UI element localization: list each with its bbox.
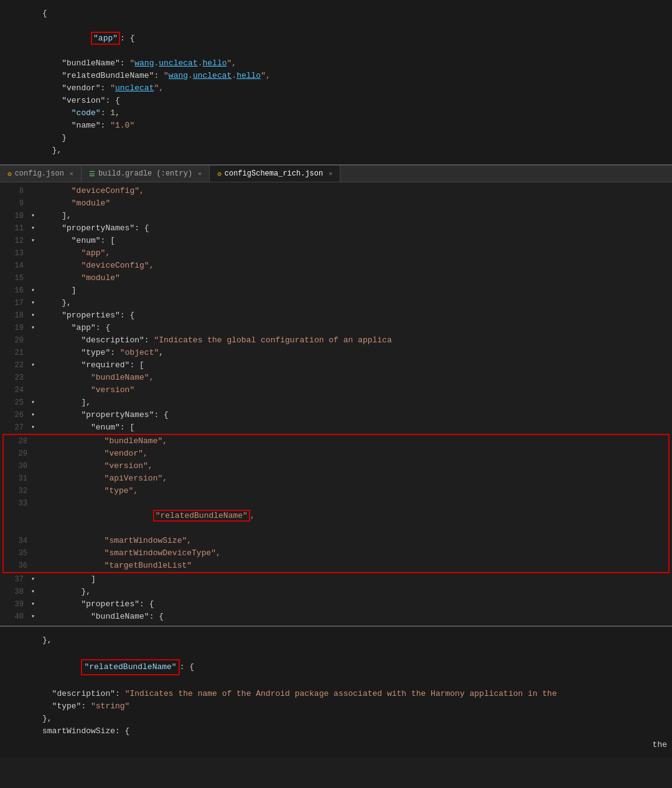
code-line: },: [0, 144, 672, 157]
code-line-30: 30 "version",: [4, 460, 668, 472]
tab-bar: ⚙ config.json ✕ ☰ build.gradle (:entry) …: [0, 166, 672, 182]
code-line-25: 25 ▾ ],: [0, 396, 672, 409]
code-line-9: 9 "module": [0, 197, 672, 210]
code-line-11: 11 ▾ "propertyNames": {: [0, 222, 672, 235]
code-line-40: 40 ▾ "bundleName": {: [0, 611, 672, 623]
code-line-31: 31 "apiVersion",: [4, 472, 668, 485]
code-line-36: 36 "targetBundleList": [4, 560, 668, 572]
code-line-12: 12 ▾ "enum": [: [0, 235, 672, 247]
code-line-37: 37 ▾ ]: [0, 573, 672, 586]
code-line-22: 22 ▾ "required": [: [0, 359, 672, 372]
tab-config-schema[interactable]: ⚙ configSchema_rich.json ✕: [210, 166, 340, 182]
code-area-3: }, "relatedBundleName": { "description":…: [0, 632, 672, 752]
code-line-b2: "relatedBundleName": {: [0, 647, 672, 688]
code-line-15: 15 "module": [0, 272, 672, 284]
highlighted-related-bundle: "relatedBundleName": [153, 510, 250, 522]
close-icon[interactable]: ✕: [198, 170, 202, 177]
code-line: "relatedBundleName": "wang.unclecat.hell…: [0, 70, 672, 82]
tab-config-json[interactable]: ⚙ config.json ✕: [0, 166, 82, 182]
code-line-10: 10 ▾ ],: [0, 210, 672, 222]
code-line-14: 14 "deviceConfig",: [0, 260, 672, 272]
code-line-b5: },: [0, 713, 672, 725]
trailing-text-area: the: [0, 738, 672, 749]
code-line-16: 16 ▾ ]: [0, 284, 672, 297]
tab-label: config.json: [15, 169, 64, 178]
code-line-17: 17 ▾ },: [0, 297, 672, 309]
code-area-2: 8 "deviceConfig", 9 "module" 10 ▾ ], 11 …: [0, 182, 672, 626]
code-line: "name": "1.0": [0, 120, 672, 132]
code-line-32: 32 "type",: [4, 485, 668, 497]
code-line-23: 23 "bundleName",: [0, 372, 672, 384]
code-line: "code": 1,: [0, 107, 672, 120]
code-line-19: 19 ▾ "app": {: [0, 322, 672, 334]
code-line: "bundleName": "wang.unclecat.hello",: [0, 57, 672, 70]
code-line-28: 28 "bundleName",: [4, 435, 668, 448]
highlighted-relatedbundlename: "relatedBundleName": [81, 659, 179, 675]
code-line-21: 21 "type": "object",: [0, 347, 672, 359]
code-line: "vendor": "unclecat",: [0, 82, 672, 95]
code-area-1: { "app": { "bundleName": "wang.unclecat.…: [0, 5, 672, 159]
code-line-b4: "type": "string": [0, 700, 672, 713]
code-line-26: 26 ▾ "propertyNames": {: [0, 409, 672, 421]
code-line: "app": {: [0, 20, 672, 57]
code-line-20: 20 "description": "Indicates the global …: [0, 334, 672, 347]
code-line: }: [0, 132, 672, 144]
code-line-24: 24 "version": [0, 384, 672, 396]
code-line-39: 39 ▾ "properties": {: [0, 598, 672, 611]
code-line-b1: },: [0, 634, 672, 647]
code-line-18: 18 ▾ "properties": {: [0, 309, 672, 322]
code-line-27: 27 ▾ "enum": [: [0, 421, 672, 434]
highlighted-key: "app": [91, 32, 120, 45]
red-selection-box: 28 "bundleName", 29 "vendor", 30 "versio…: [2, 434, 670, 573]
json-file-icon: ⚙: [7, 170, 12, 178]
code-line-33: 33 "relatedBundleName",: [4, 497, 668, 535]
trailing-text: the: [653, 740, 667, 749]
code-line: {: [0, 7, 672, 20]
code-line-38: 38 ▾ },: [0, 586, 672, 598]
code-line: "version": {: [0, 95, 672, 107]
panel-config-json: { "app": { "bundleName": "wang.unclecat.…: [0, 0, 672, 166]
code-line-34: 34 "smartWindowSize",: [4, 535, 668, 547]
close-icon[interactable]: ✕: [329, 170, 332, 177]
close-icon[interactable]: ✕: [70, 170, 73, 177]
code-line-b3: "description": "Indicates the name of th…: [0, 688, 672, 700]
panel-bottom: }, "relatedBundleName": { "description":…: [0, 627, 672, 757]
code-line-b6: smartWindowSize: {: [0, 725, 672, 738]
tab-build-gradle[interactable]: ☰ build.gradle (:entry) ✕: [82, 166, 210, 182]
tab-label: build.gradle (:entry): [98, 169, 192, 178]
code-line-13: 13 "app",: [0, 247, 672, 260]
gradle-file-icon: ☰: [89, 170, 95, 178]
panel-schema-json: ⚙ config.json ✕ ☰ build.gradle (:entry) …: [0, 166, 672, 627]
tab-label: configSchema_rich.json: [225, 169, 323, 178]
code-line-35: 35 "smartWindowDeviceType",: [4, 547, 668, 560]
code-line-29: 29 "vendor",: [4, 448, 668, 460]
code-line-8: 8 "deviceConfig",: [0, 185, 672, 197]
json-file-icon-active: ⚙: [217, 170, 222, 178]
